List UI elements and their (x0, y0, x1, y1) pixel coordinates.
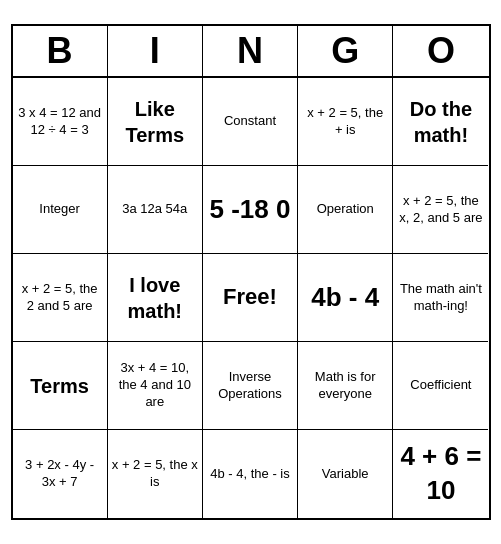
bingo-cell-23: Variable (298, 430, 393, 518)
bingo-cell-18: Math is for everyone (298, 342, 393, 430)
bingo-cell-21: x + 2 = 5, the x is (108, 430, 203, 518)
bingo-cell-6: 3a 12a 54a (108, 166, 203, 254)
bingo-cell-15: Terms (13, 342, 108, 430)
bingo-cell-17: Inverse Operations (203, 342, 298, 430)
bingo-cell-7: 5 -18 0 (203, 166, 298, 254)
bingo-header: BINGO (13, 26, 489, 78)
header-letter-o: O (393, 26, 488, 76)
bingo-grid: 3 x 4 = 12 and 12 ÷ 4 = 3Like TermsConst… (13, 78, 489, 518)
header-letter-n: N (203, 26, 298, 76)
header-letter-i: I (108, 26, 203, 76)
bingo-cell-20: 3 + 2x - 4y - 3x + 7 (13, 430, 108, 518)
header-letter-g: G (298, 26, 393, 76)
bingo-cell-16: 3x + 4 = 10, the 4 and 10 are (108, 342, 203, 430)
bingo-cell-22: 4b - 4, the - is (203, 430, 298, 518)
bingo-cell-14: The math ain't math-ing! (393, 254, 488, 342)
bingo-cell-13: 4b - 4 (298, 254, 393, 342)
bingo-cell-0: 3 x 4 = 12 and 12 ÷ 4 = 3 (13, 78, 108, 166)
header-letter-b: B (13, 26, 108, 76)
bingo-card: BINGO 3 x 4 = 12 and 12 ÷ 4 = 3Like Term… (11, 24, 491, 520)
bingo-cell-4: Do the math! (393, 78, 488, 166)
bingo-cell-5: Integer (13, 166, 108, 254)
bingo-cell-24: 4 + 6 = 10 (393, 430, 488, 518)
bingo-cell-3: x + 2 = 5, the + is (298, 78, 393, 166)
bingo-cell-9: x + 2 = 5, the x, 2, and 5 are (393, 166, 488, 254)
bingo-cell-12: Free! (203, 254, 298, 342)
bingo-cell-19: Coefficient (393, 342, 488, 430)
bingo-cell-8: Operation (298, 166, 393, 254)
bingo-cell-2: Constant (203, 78, 298, 166)
bingo-cell-11: I love math! (108, 254, 203, 342)
bingo-cell-1: Like Terms (108, 78, 203, 166)
bingo-cell-10: x + 2 = 5, the 2 and 5 are (13, 254, 108, 342)
